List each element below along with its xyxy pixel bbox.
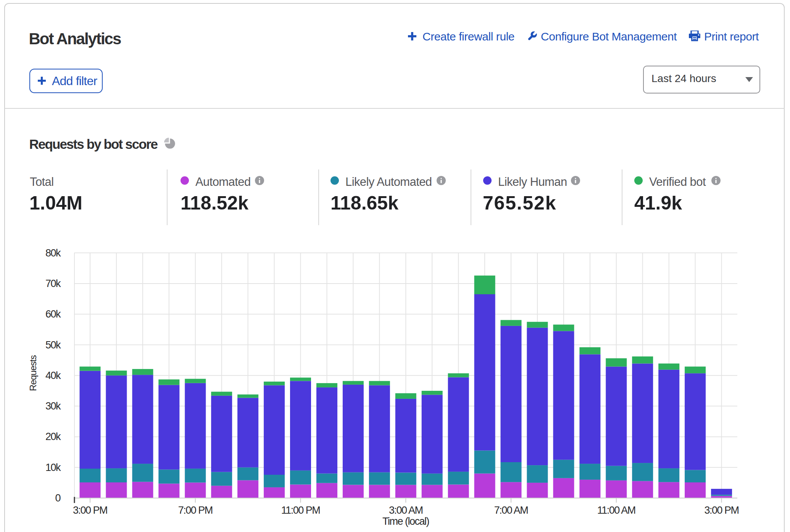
svg-text:30k: 30k — [45, 400, 61, 412]
svg-text:3:00 AM: 3:00 AM — [389, 505, 423, 516]
svg-text:7:00 PM: 7:00 PM — [178, 505, 213, 516]
svg-text:Requests: Requests — [28, 355, 38, 391]
svg-text:3:00 PM: 3:00 PM — [73, 505, 107, 516]
svg-text:7:00 AM: 7:00 AM — [494, 505, 528, 516]
svg-text:11:00 AM: 11:00 AM — [597, 505, 635, 516]
svg-text:60k: 60k — [45, 308, 61, 320]
svg-text:70k: 70k — [45, 278, 61, 289]
svg-text:Time (local): Time (local) — [382, 516, 429, 527]
svg-text:10k: 10k — [45, 462, 61, 473]
svg-text:0: 0 — [55, 492, 60, 504]
svg-text:50k: 50k — [45, 339, 61, 351]
svg-text:11:00 PM: 11:00 PM — [281, 505, 320, 516]
svg-text:80k: 80k — [45, 247, 61, 259]
svg-text:20k: 20k — [45, 431, 61, 442]
svg-text:40k: 40k — [45, 370, 61, 381]
svg-text:3:00 PM: 3:00 PM — [705, 505, 739, 516]
